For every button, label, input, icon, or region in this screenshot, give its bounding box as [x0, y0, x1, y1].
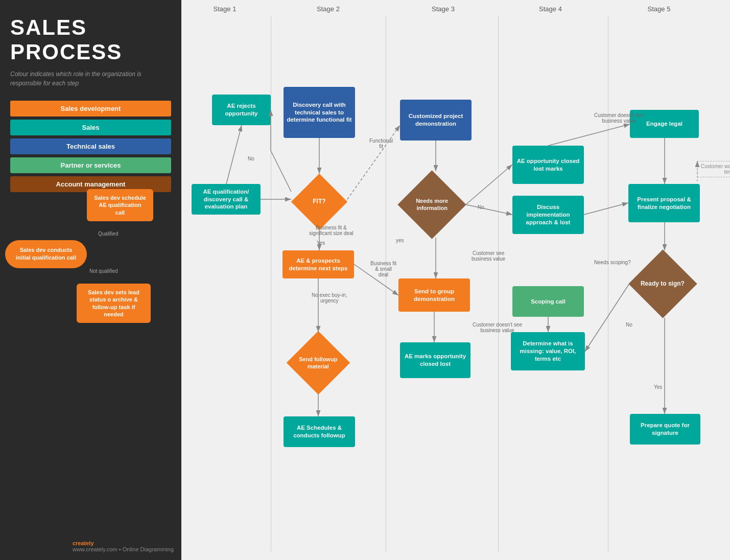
- scoping-call-node: Scoping call: [512, 286, 584, 317]
- divider-3: [498, 15, 499, 552]
- svg-line-17: [584, 203, 628, 215]
- schedule-ae-box: Sales dev schedule AE qualification call: [87, 189, 153, 221]
- yes-label-1: Yes: [317, 240, 325, 246]
- discovery-call-node: Discovery call with technical sales to d…: [284, 87, 355, 138]
- svg-line-18: [548, 124, 630, 146]
- ae-qualification-node: AE qualification/ discovery call & evalu…: [192, 184, 261, 215]
- ae-schedules-node: AE Schedules & conducts followup: [284, 416, 355, 447]
- svg-line-14: [465, 204, 512, 215]
- ae-marks-2-node: AE marks opportunity closed lost: [400, 342, 470, 378]
- subtitle: Colour indicates which role in the organ…: [10, 69, 171, 88]
- diagram-area: Stage 1 Stage 2 Stage 3 Stage 4 Stage 5 …: [181, 0, 730, 560]
- stage-4-header: Stage 4: [508, 5, 593, 13]
- customer-no-value-2-label: Customer doesn't seebusiness value: [473, 322, 522, 333]
- business-fit-large-label: Business fit &significant size deal: [309, 225, 354, 236]
- not-qualified-label: Not qualified: [89, 268, 118, 274]
- svg-line-13: [465, 165, 512, 205]
- customer-no-value-1-label: Customer doesn't seebusiness value: [594, 112, 644, 124]
- ready-sign-diamond: Ready to sign?: [629, 250, 696, 317]
- customer-see-value-label: Customer seebusiness value: [472, 250, 505, 262]
- business-fit-small-label: Business fit& smalldeal: [370, 261, 396, 277]
- no-label-2: No: [478, 204, 484, 210]
- no-label-3: No: [626, 322, 632, 328]
- fit-diamond: FIT?: [291, 174, 347, 230]
- yes-label-2: yes: [396, 238, 404, 243]
- ae-prospects-node: AE & prospects determine next steps: [282, 250, 354, 278]
- send-group-demo-node: Send to group demonstration: [398, 278, 470, 312]
- customer-negotiate-label: Customer wants negotiate terms: [697, 161, 730, 177]
- determine-missing-node: Determine what is missing: value, ROI, t…: [511, 332, 585, 370]
- no-label-1: No: [248, 156, 254, 161]
- stage-5-header: Stage 5: [616, 5, 702, 13]
- send-followup-diamond: Send followup material: [288, 332, 349, 393]
- legend-partner: Partner or services: [10, 157, 171, 173]
- needs-info-diamond: Needs more information: [398, 171, 465, 238]
- watermark: creately www.creately.com • Online Diagr…: [73, 540, 174, 552]
- set-lead-box: Sales dev sets lead status o archive & f…: [77, 284, 151, 323]
- divider-2: [386, 15, 386, 552]
- stage-3-header: Stage 3: [396, 5, 490, 13]
- svg-line-2: [226, 125, 242, 184]
- ae-opp-closed-node: AE opportunity closed lost marks: [512, 146, 584, 184]
- no-exec-label: No exec buy-in,urgency: [312, 292, 347, 304]
- divider-1: [271, 15, 271, 552]
- legend-sales-dev: Sales development: [10, 101, 171, 116]
- needs-scoping-label: Needs scoping?: [594, 260, 631, 265]
- legend-tech-sales: Technical sales: [10, 138, 171, 154]
- left-panel: SALES PROCESS Colour indicates which rol…: [0, 0, 181, 560]
- discuss-impl-node: Discuss implementation approach & lost: [512, 196, 584, 234]
- page-title: SALES PROCESS: [10, 15, 171, 64]
- ae-rejects-node: AE rejects opportunity: [212, 95, 271, 125]
- legend-sales: Sales: [10, 120, 171, 135]
- qualified-label: Qualified: [98, 231, 118, 237]
- stage-2-header: Stage 2: [281, 5, 375, 13]
- svg-line-8: [347, 125, 400, 199]
- stage-1-header: Stage 1: [192, 5, 258, 13]
- divider-4: [608, 15, 608, 552]
- customized-demo-node: Customized project demonstration: [400, 100, 472, 141]
- yes-label-3: Yes: [654, 384, 662, 390]
- svg-line-5: [271, 151, 291, 192]
- present-proposal-node: Present proposal & finalize negotiation: [628, 184, 700, 222]
- prepare-quote-node: Prepare quote for signature: [630, 414, 700, 445]
- functional-fit-label: Functionalfit: [369, 138, 393, 149]
- initial-call-box: Sales dev conducts initial qualification…: [5, 240, 87, 268]
- svg-line-22: [585, 284, 629, 352]
